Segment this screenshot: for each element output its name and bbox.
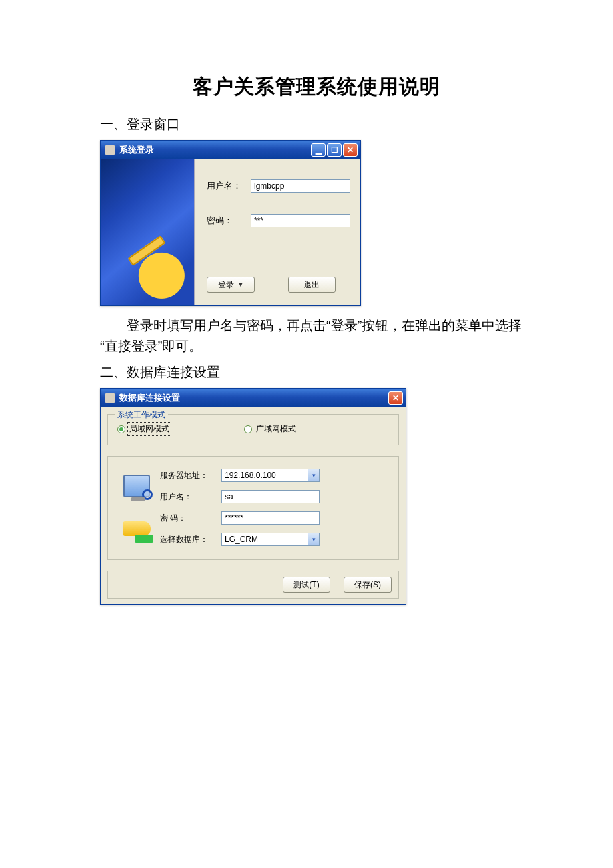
app-icon — [105, 145, 115, 155]
server-label: 服务器地址： — [160, 470, 217, 481]
server-icon — [117, 475, 156, 497]
database-label: 选择数据库： — [160, 534, 217, 545]
page-title: 客户关系管理系统使用说明 — [100, 73, 533, 101]
database-input[interactable] — [221, 533, 308, 546]
mode-legend: 系统工作模式 — [115, 409, 168, 421]
db-password-input[interactable] — [221, 511, 320, 525]
login-button[interactable]: 登录 ▼ — [207, 277, 255, 293]
maximize-button[interactable]: ☐ — [327, 143, 342, 157]
section-1-heading: 一、登录窗口 — [100, 115, 533, 133]
username-label: 用户名： — [207, 180, 245, 192]
chevron-down-icon[interactable]: ▾ — [308, 469, 320, 482]
chevron-down-icon[interactable]: ▾ — [308, 533, 320, 546]
app-icon — [105, 393, 115, 403]
db-username-label: 用户名： — [160, 491, 217, 503]
login-window: 系统登录 ▁ ☐ ✕ 用户名： 密码： 登录 — [100, 140, 361, 306]
close-button[interactable]: ✕ — [343, 143, 358, 157]
save-button[interactable]: 保存(S) — [344, 577, 392, 593]
username-input[interactable] — [251, 179, 350, 193]
radio-wan-label: 广域网模式 — [255, 423, 297, 435]
radio-dot-icon — [117, 425, 125, 433]
exit-button-label: 退出 — [304, 279, 320, 291]
server-combo[interactable]: ▾ — [221, 469, 389, 482]
connection-groupbox: 服务器地址： ▾ 用户名： 密 码： 选择数据库： — [107, 456, 399, 560]
mode-groupbox: 系统工作模式 局域网模式 广域网模式 — [107, 414, 399, 445]
db-window: 数据库连接设置 ✕ 系统工作模式 局域网模式 广域网模式 — [100, 388, 406, 605]
login-window-title: 系统登录 — [119, 144, 307, 156]
radio-dot-icon — [244, 425, 252, 433]
server-input[interactable] — [221, 469, 308, 482]
radio-wan-mode[interactable]: 广域网模式 — [244, 423, 297, 435]
db-titlebar: 数据库连接设置 ✕ — [101, 389, 406, 407]
db-button-bar: 测试(T) 保存(S) — [107, 571, 399, 599]
chevron-down-icon: ▼ — [238, 281, 244, 288]
exit-button[interactable]: 退出 — [288, 277, 336, 293]
section-1-body: 登录时填写用户名与密码，再点击“登录”按钮，在弹出的菜单中选择“直接登录”即可。 — [100, 315, 533, 357]
save-button-label: 保存(S) — [354, 579, 381, 591]
key-icon — [117, 521, 156, 536]
test-button-label: 测试(T) — [293, 579, 319, 591]
section-2-heading: 二、数据库连接设置 — [100, 363, 533, 381]
password-input[interactable] — [251, 214, 350, 227]
db-password-label: 密 码： — [160, 513, 217, 524]
login-button-label: 登录 — [218, 279, 234, 291]
db-window-title: 数据库连接设置 — [119, 392, 384, 404]
close-button[interactable]: ✕ — [388, 391, 403, 405]
database-combo[interactable]: ▾ — [221, 533, 389, 546]
login-titlebar: 系统登录 ▁ ☐ ✕ — [101, 141, 360, 159]
db-username-input[interactable] — [221, 490, 320, 503]
password-label: 密码： — [207, 215, 245, 227]
test-button[interactable]: 测试(T) — [283, 577, 330, 593]
radio-lan-mode[interactable]: 局域网模式 — [117, 423, 171, 435]
radio-lan-label: 局域网模式 — [128, 423, 171, 435]
minimize-button[interactable]: ▁ — [311, 143, 326, 157]
keyboard-key-illustration — [101, 159, 195, 305]
